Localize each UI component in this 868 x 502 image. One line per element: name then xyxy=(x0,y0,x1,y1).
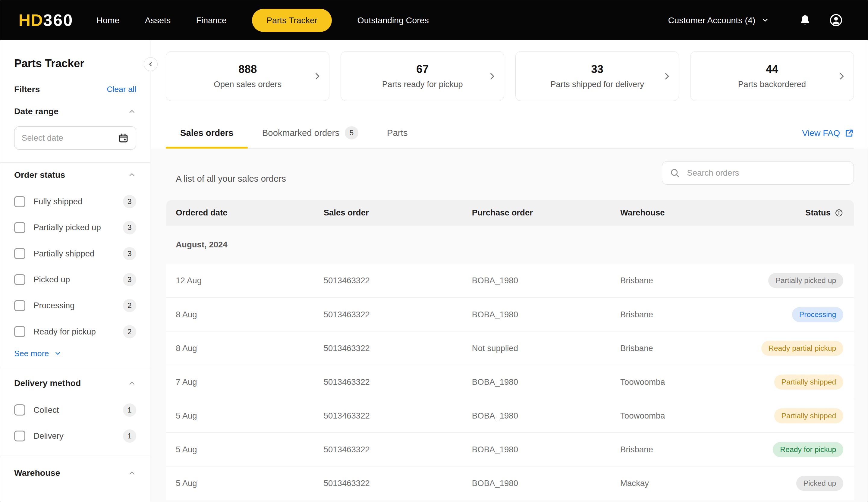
info-icon[interactable] xyxy=(835,209,843,217)
card-parts-shipped-for-delivery[interactable]: 33 Parts shipped for delivery xyxy=(515,51,679,101)
customer-accounts-dropdown[interactable]: Customer Accounts (4) xyxy=(668,15,769,25)
card-parts-ready-for-pickup[interactable]: 67 Parts ready for pickup xyxy=(341,51,504,101)
filter-option-partially-picked-up[interactable]: Partially picked up 3 xyxy=(14,215,136,240)
month-group-header: August, 2024 xyxy=(166,226,854,264)
filter-option-partially-shipped[interactable]: Partially shipped 3 xyxy=(14,241,136,267)
cell-sales-order: 5013463322 xyxy=(324,276,472,285)
cell-purchase-order: BOBA_1980 xyxy=(472,479,620,488)
filter-option-delivery[interactable]: Delivery 1 xyxy=(14,423,136,449)
table-row[interactable]: 5 Aug 5013463322 BOBA_1980 Mackay Picked… xyxy=(166,466,854,500)
warehouse-section-header[interactable]: Warehouse xyxy=(14,468,136,478)
chevron-up-icon[interactable] xyxy=(128,170,136,179)
chevron-down-icon xyxy=(761,16,769,24)
card-label: Parts backordered xyxy=(738,80,806,89)
cell-purchase-order: BOBA_1980 xyxy=(472,276,620,285)
order-status-section-header[interactable]: Order status xyxy=(14,170,136,180)
delivery-method-section-header[interactable]: Delivery method xyxy=(14,378,136,388)
hd360-logo[interactable]: HD360 xyxy=(19,11,74,30)
table-row[interactable]: 7 Aug 5013463322 BOBA_1980 Toowoomba Par… xyxy=(166,365,854,399)
chevron-up-icon[interactable] xyxy=(128,107,136,116)
filters-sidebar: Parts Tracker Filters Clear all Date ran… xyxy=(0,40,151,502)
cell-sales-order: 5013463322 xyxy=(324,411,472,421)
checkbox-icon[interactable] xyxy=(14,196,25,207)
card-value: 888 xyxy=(238,63,257,76)
filter-count-badge: 3 xyxy=(123,195,136,208)
filter-count-badge: 3 xyxy=(123,247,136,260)
cell-purchase-order: BOBA_1980 xyxy=(472,411,620,421)
search-orders-input[interactable] xyxy=(687,168,846,178)
table-row[interactable]: 5 Aug 5013463322 BOBA_1980 Toowoomba Par… xyxy=(166,399,854,432)
cell-purchase-order: BOBA_1980 xyxy=(472,445,620,454)
cell-warehouse: Brisbane xyxy=(620,310,753,320)
checkbox-icon[interactable] xyxy=(14,222,25,233)
filter-option-label: Fully shipped xyxy=(33,197,82,206)
cell-ordered-date: 12 Aug xyxy=(166,276,324,285)
see-more-label: See more xyxy=(14,349,49,358)
chevron-up-icon[interactable] xyxy=(128,379,136,387)
table-row[interactable]: 12 Aug 5013463322 BOBA_1980 Brisbane Par… xyxy=(166,264,854,297)
nav-item-finance[interactable]: Finance xyxy=(196,15,227,25)
card-open-sales-orders[interactable]: 888 Open sales orders xyxy=(166,51,329,101)
cell-purchase-order: Not supplied xyxy=(472,344,620,353)
checkbox-icon[interactable] xyxy=(14,326,25,337)
checkbox-icon[interactable] xyxy=(14,248,25,259)
table-row[interactable]: 8 Aug 5013463322 Not supplied Brisbane R… xyxy=(166,331,854,365)
view-faq-label: View FAQ xyxy=(802,128,840,138)
customer-accounts-label: Customer Accounts (4) xyxy=(668,15,755,25)
sidebar-collapse-button[interactable] xyxy=(144,57,158,71)
chevron-right-icon xyxy=(662,71,672,81)
cell-purchase-order: BOBA_1980 xyxy=(472,377,620,387)
view-faq-link[interactable]: View FAQ xyxy=(802,128,854,138)
clear-all-link[interactable]: Clear all xyxy=(107,85,136,94)
filter-option-fully-shipped[interactable]: Fully shipped 3 xyxy=(14,189,136,215)
tab-sales-orders[interactable]: Sales orders xyxy=(166,117,248,148)
card-parts-backordered[interactable]: 44 Parts backordered xyxy=(690,51,854,101)
filter-count-badge: 2 xyxy=(123,299,136,312)
tab-parts[interactable]: Parts xyxy=(373,117,422,148)
table-row[interactable]: 8 Aug 5013463322 BOBA_1980 Brisbane Proc… xyxy=(166,297,854,331)
date-range-section-header[interactable]: Date range xyxy=(14,106,136,116)
filter-option-picked-up[interactable]: Picked up 3 xyxy=(14,267,136,293)
filter-count-badge: 3 xyxy=(123,273,136,286)
cell-sales-order: 5013463322 xyxy=(324,377,472,387)
notifications-bell-icon[interactable] xyxy=(799,14,811,26)
nav-menu: Home Assets Finance Parts Tracker Outsta… xyxy=(96,9,428,32)
checkbox-icon[interactable] xyxy=(14,274,25,285)
filter-count-badge: 2 xyxy=(123,325,136,338)
nav-item-outstanding-cores[interactable]: Outstanding Cores xyxy=(358,15,429,25)
nav-item-home[interactable]: Home xyxy=(96,15,119,25)
see-more-link[interactable]: See more xyxy=(14,347,136,360)
parts-tracker-screen: HD360 Home Assets Finance Parts Tracker … xyxy=(0,0,868,502)
column-header-warehouse: Warehouse xyxy=(620,208,753,218)
filter-option-collect[interactable]: Collect 1 xyxy=(14,397,136,423)
nav-item-parts-tracker-active[interactable]: Parts Tracker xyxy=(252,9,332,32)
user-avatar-icon[interactable] xyxy=(829,13,843,28)
table-header-row: Ordered date Sales order Purchase order … xyxy=(166,200,854,226)
filter-option-processing[interactable]: Processing 2 xyxy=(14,293,136,318)
nav-item-assets[interactable]: Assets xyxy=(145,15,170,25)
cell-warehouse: Toowoomba xyxy=(620,377,753,387)
cell-ordered-date: 5 Aug xyxy=(166,411,324,421)
orders-caption: A list of all your sales orders xyxy=(176,174,286,184)
column-header-status: Status xyxy=(753,208,854,218)
checkbox-icon[interactable] xyxy=(14,404,25,416)
chevron-up-icon[interactable] xyxy=(128,469,136,477)
sidebar-title: Parts Tracker xyxy=(14,57,136,70)
cell-sales-order: 5013463322 xyxy=(324,344,472,353)
date-range-input[interactable]: Select date xyxy=(14,126,136,149)
checkbox-icon[interactable] xyxy=(14,300,25,311)
orders-panel: A list of all your sales orders Ordered … xyxy=(151,148,868,502)
cell-sales-order: 5013463322 xyxy=(324,479,472,488)
chevron-right-icon xyxy=(487,71,497,81)
tab-bookmarked-orders[interactable]: Bookmarked orders 5 xyxy=(248,117,373,148)
filter-option-ready-for-pickup[interactable]: Ready for pickup 2 xyxy=(14,319,136,345)
cell-warehouse: Brisbane xyxy=(620,445,753,454)
table-row[interactable]: 5 Aug 5013463322 BOBA_1980 Brisbane Read… xyxy=(166,432,854,466)
filter-option-label: Partially picked up xyxy=(33,223,101,232)
main-content: 888 Open sales orders 67 Parts ready for… xyxy=(151,40,868,502)
cell-status: Ready partial pickup xyxy=(753,341,854,356)
search-orders-box xyxy=(662,161,854,185)
checkbox-icon[interactable] xyxy=(14,431,25,442)
status-badge: Partially picked up xyxy=(768,273,843,288)
warehouse-title: Warehouse xyxy=(14,468,60,478)
